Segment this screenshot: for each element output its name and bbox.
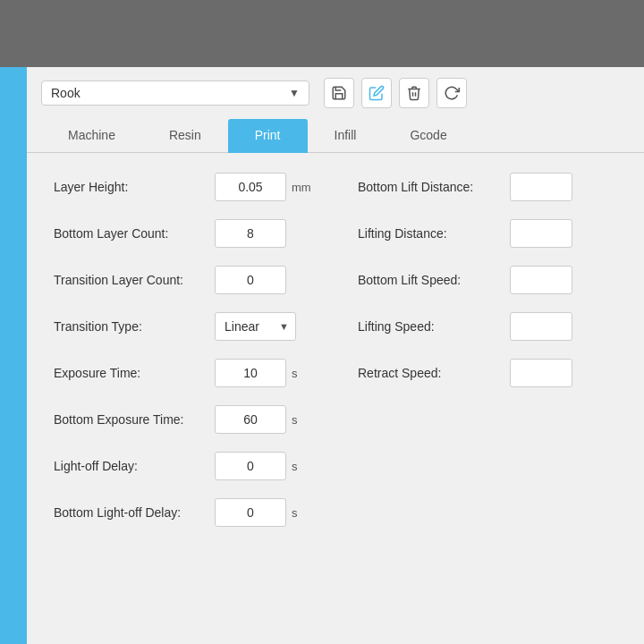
layer-height-input[interactable] <box>215 173 286 201</box>
light-off-delay-row: Light-off Delay: s <box>54 450 322 482</box>
transition-layer-count-label: Transition Layer Count: <box>54 273 215 287</box>
refresh-button[interactable] <box>436 78 467 108</box>
profile-dropdown[interactable]: Rook ▼ <box>41 80 309 106</box>
lifting-speed-label: Lifting Speed: <box>358 319 510 334</box>
bottom-light-off-delay-input[interactable] <box>215 498 286 527</box>
sidebar <box>0 67 27 644</box>
bottom-layer-count-input[interactable] <box>215 219 286 248</box>
content-area: Rook ▼ <box>27 67 644 644</box>
save-button[interactable] <box>324 78 354 108</box>
layer-height-label: Layer Height: <box>54 180 215 194</box>
lifting-speed-input[interactable] <box>510 312 572 341</box>
bottom-exposure-time-unit: s <box>292 413 298 427</box>
bottom-lift-speed-input[interactable] <box>510 266 572 294</box>
retract-speed-label: Retract Speed: <box>358 366 510 380</box>
transition-layer-count-row: Transition Layer Count: <box>54 264 322 296</box>
tab-gcode[interactable]: Gcode <box>383 119 473 153</box>
bottom-lift-distance-row: Bottom Lift Distance: <box>358 171 626 203</box>
tab-print[interactable]: Print <box>228 119 308 153</box>
edit-button[interactable] <box>361 78 392 108</box>
bottom-light-off-delay-unit: s <box>292 506 298 520</box>
left-column: Layer Height: mm Bottom Layer Count: Tra… <box>54 171 340 543</box>
transition-type-wrapper: Linear Sigmoid ▼ <box>215 312 296 341</box>
light-off-delay-unit: s <box>292 460 298 473</box>
dropdown-arrow-icon: ▼ <box>289 87 300 99</box>
bottom-light-off-delay-row: Bottom Light-off Delay: s <box>54 496 322 529</box>
transition-type-label: Transition Type: <box>54 319 215 334</box>
form-area: Layer Height: mm Bottom Layer Count: Tra… <box>27 153 644 561</box>
light-off-delay-input[interactable] <box>215 452 286 480</box>
transition-type-select[interactable]: Linear Sigmoid <box>215 312 296 341</box>
layer-height-unit: mm <box>292 181 311 194</box>
top-bar <box>0 0 644 67</box>
delete-button[interactable] <box>399 78 429 108</box>
main-container: Rook ▼ <box>0 67 644 644</box>
tab-infill[interactable]: Infill <box>308 119 384 153</box>
lifting-distance-row: Lifting Distance: <box>358 217 626 250</box>
toolbar-icons <box>324 78 467 108</box>
bottom-exposure-time-input[interactable] <box>215 405 286 434</box>
exposure-time-label: Exposure Time: <box>54 366 215 380</box>
tab-resin[interactable]: Resin <box>142 119 228 153</box>
exposure-time-input[interactable] <box>215 359 286 387</box>
right-column: Bottom Lift Distance: Lifting Distance: … <box>340 171 626 543</box>
bottom-exposure-time-row: Bottom Exposure Time: s <box>54 403 322 436</box>
exposure-time-unit: s <box>292 367 298 380</box>
lifting-speed-row: Lifting Speed: <box>358 310 626 343</box>
exposure-time-row: Exposure Time: s <box>54 357 322 389</box>
toolbar: Rook ▼ <box>27 67 644 119</box>
profile-name: Rook <box>51 86 80 100</box>
retract-speed-input[interactable] <box>510 359 572 387</box>
lifting-distance-input[interactable] <box>510 219 572 248</box>
transition-type-row: Transition Type: Linear Sigmoid ▼ <box>54 310 322 343</box>
light-off-delay-label: Light-off Delay: <box>54 459 215 473</box>
bottom-lift-speed-row: Bottom Lift Speed: <box>358 264 626 296</box>
bottom-lift-distance-input[interactable] <box>510 173 572 201</box>
retract-speed-row: Retract Speed: <box>358 357 626 389</box>
bottom-layer-count-row: Bottom Layer Count: <box>54 217 322 250</box>
layer-height-row: Layer Height: mm <box>54 171 322 203</box>
bottom-exposure-time-label: Bottom Exposure Time: <box>54 412 215 427</box>
transition-layer-count-input[interactable] <box>215 266 286 294</box>
bottom-light-off-delay-label: Bottom Light-off Delay: <box>54 505 215 520</box>
tab-machine[interactable]: Machine <box>41 119 142 153</box>
bottom-lift-distance-label: Bottom Lift Distance: <box>358 180 510 194</box>
tabs-bar: Machine Resin Print Infill Gcode <box>27 119 644 153</box>
bottom-lift-speed-label: Bottom Lift Speed: <box>358 273 510 287</box>
bottom-layer-count-label: Bottom Layer Count: <box>54 226 215 241</box>
lifting-distance-label: Lifting Distance: <box>358 226 510 241</box>
